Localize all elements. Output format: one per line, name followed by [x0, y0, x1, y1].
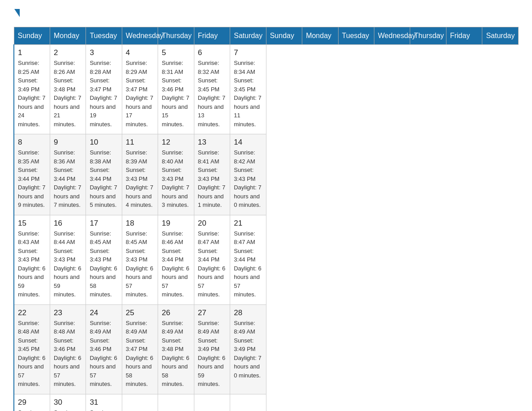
day-number: 20 — [198, 219, 226, 228]
calendar-week-row: 1 Sunrise: 8:25 AM Sunset: 3:49 PM Dayli… — [14, 45, 519, 134]
header-wednesday: Wednesday — [122, 27, 158, 45]
calendar-header-row: SundayMondayTuesdayWednesdayThursdayFrid… — [14, 27, 519, 45]
day-number: 19 — [162, 219, 190, 228]
day-number: 5 — [162, 48, 190, 57]
calendar-cell: 1 Sunrise: 8:25 AM Sunset: 3:49 PM Dayli… — [14, 45, 50, 134]
day-number: 12 — [162, 138, 190, 147]
day-number: 15 — [18, 219, 46, 228]
day-number: 25 — [126, 308, 154, 317]
day-info: Sunrise: 8:47 AM Sunset: 3:44 PM Dayligh… — [198, 229, 226, 299]
calendar-cell: 28 Sunrise: 8:49 AM Sunset: 3:49 PM Dayl… — [230, 304, 266, 394]
logo-triangle-icon — [14, 9, 20, 17]
day-info: Sunrise: 8:41 AM Sunset: 3:43 PM Dayligh… — [198, 148, 226, 210]
header-thursday: Thursday — [158, 27, 194, 45]
day-info: Sunrise: 8:49 AM Sunset: 3:50 PM Dayligh… — [18, 408, 46, 411]
day-info: Sunrise: 8:32 AM Sunset: 3:45 PM Dayligh… — [198, 59, 226, 128]
header-col-tuesday: Tuesday — [338, 27, 374, 45]
calendar-cell: 5 Sunrise: 8:31 AM Sunset: 3:46 PM Dayli… — [158, 45, 194, 134]
calendar-cell — [194, 394, 230, 411]
calendar-cell: 17 Sunrise: 8:45 AM Sunset: 3:43 PM Dayl… — [86, 215, 122, 304]
day-info: Sunrise: 8:39 AM Sunset: 3:43 PM Dayligh… — [126, 148, 154, 210]
day-number: 22 — [18, 308, 46, 317]
day-number: 6 — [198, 48, 226, 57]
day-info: Sunrise: 8:35 AM Sunset: 3:44 PM Dayligh… — [18, 148, 46, 210]
day-info: Sunrise: 8:49 AM Sunset: 3:48 PM Dayligh… — [162, 319, 190, 389]
calendar-cell — [230, 394, 266, 411]
calendar-cell: 23 Sunrise: 8:48 AM Sunset: 3:46 PM Dayl… — [50, 304, 86, 394]
calendar-cell: 25 Sunrise: 8:49 AM Sunset: 3:47 PM Dayl… — [122, 304, 158, 394]
day-number: 1 — [18, 48, 46, 57]
day-info: Sunrise: 8:34 AM Sunset: 3:45 PM Dayligh… — [234, 59, 262, 128]
day-number: 3 — [90, 48, 118, 57]
calendar-cell: 18 Sunrise: 8:45 AM Sunset: 3:43 PM Dayl… — [122, 215, 158, 304]
calendar-cell: 29 Sunrise: 8:49 AM Sunset: 3:50 PM Dayl… — [14, 394, 50, 411]
day-info: Sunrise: 8:48 AM Sunset: 3:46 PM Dayligh… — [54, 319, 82, 389]
day-number: 9 — [54, 138, 82, 147]
header-col-wednesday: Wednesday — [374, 27, 410, 45]
day-number: 31 — [90, 398, 118, 407]
day-info: Sunrise: 8:36 AM Sunset: 3:44 PM Dayligh… — [54, 148, 82, 210]
day-number: 2 — [54, 48, 82, 57]
page-header — [13, 9, 519, 18]
calendar-cell: 30 Sunrise: 8:49 AM Sunset: 3:51 PM Dayl… — [50, 394, 86, 411]
header-col-thursday: Thursday — [410, 27, 446, 45]
day-info: Sunrise: 8:45 AM Sunset: 3:43 PM Dayligh… — [90, 229, 118, 299]
day-number: 11 — [126, 138, 154, 147]
day-info: Sunrise: 8:31 AM Sunset: 3:46 PM Dayligh… — [162, 59, 190, 128]
calendar-cell: 14 Sunrise: 8:42 AM Sunset: 3:43 PM Dayl… — [230, 134, 266, 215]
header-sunday: Sunday — [14, 27, 50, 45]
calendar-cell: 4 Sunrise: 8:29 AM Sunset: 3:47 PM Dayli… — [122, 45, 158, 134]
day-number: 30 — [54, 398, 82, 407]
calendar-week-row: 15 Sunrise: 8:43 AM Sunset: 3:43 PM Dayl… — [14, 215, 519, 304]
day-info: Sunrise: 8:45 AM Sunset: 3:43 PM Dayligh… — [126, 229, 154, 299]
calendar-cell — [158, 394, 194, 411]
day-number: 28 — [234, 308, 262, 317]
calendar-cell: 9 Sunrise: 8:36 AM Sunset: 3:44 PM Dayli… — [50, 134, 86, 215]
day-info: Sunrise: 8:49 AM Sunset: 3:47 PM Dayligh… — [126, 319, 154, 389]
header-col-monday: Monday — [302, 27, 338, 45]
calendar-cell: 22 Sunrise: 8:48 AM Sunset: 3:45 PM Dayl… — [14, 304, 50, 394]
logo — [13, 9, 20, 18]
calendar-cell: 31 Sunrise: 8:49 AM Sunset: 3:53 PM Dayl… — [86, 394, 122, 411]
calendar-cell: 8 Sunrise: 8:35 AM Sunset: 3:44 PM Dayli… — [14, 134, 50, 215]
day-number: 18 — [126, 219, 154, 228]
day-info: Sunrise: 8:43 AM Sunset: 3:43 PM Dayligh… — [18, 229, 46, 299]
calendar-cell: 27 Sunrise: 8:49 AM Sunset: 3:49 PM Dayl… — [194, 304, 230, 394]
day-info: Sunrise: 8:46 AM Sunset: 3:44 PM Dayligh… — [162, 229, 190, 299]
day-number: 10 — [90, 138, 118, 147]
header-friday: Friday — [194, 27, 230, 45]
day-info: Sunrise: 8:26 AM Sunset: 3:48 PM Dayligh… — [54, 59, 82, 128]
header-col-saturday: Saturday — [482, 27, 519, 45]
day-number: 23 — [54, 308, 82, 317]
day-info: Sunrise: 8:25 AM Sunset: 3:49 PM Dayligh… — [18, 59, 46, 128]
day-number: 16 — [54, 219, 82, 228]
day-info: Sunrise: 8:44 AM Sunset: 3:43 PM Dayligh… — [54, 229, 82, 299]
day-info: Sunrise: 8:28 AM Sunset: 3:47 PM Dayligh… — [90, 59, 118, 128]
calendar-cell: 21 Sunrise: 8:47 AM Sunset: 3:44 PM Dayl… — [230, 215, 266, 304]
calendar-cell: 11 Sunrise: 8:39 AM Sunset: 3:43 PM Dayl… — [122, 134, 158, 215]
calendar-cell: 6 Sunrise: 8:32 AM Sunset: 3:45 PM Dayli… — [194, 45, 230, 134]
day-info: Sunrise: 8:47 AM Sunset: 3:44 PM Dayligh… — [234, 229, 262, 299]
calendar-cell: 24 Sunrise: 8:49 AM Sunset: 3:46 PM Dayl… — [86, 304, 122, 394]
header-saturday: Saturday — [230, 27, 266, 45]
day-number: 8 — [18, 138, 46, 147]
day-info: Sunrise: 8:42 AM Sunset: 3:43 PM Dayligh… — [234, 148, 262, 210]
calendar-cell: 3 Sunrise: 8:28 AM Sunset: 3:47 PM Dayli… — [86, 45, 122, 134]
day-info: Sunrise: 8:40 AM Sunset: 3:43 PM Dayligh… — [162, 148, 190, 210]
calendar-cell: 7 Sunrise: 8:34 AM Sunset: 3:45 PM Dayli… — [230, 45, 266, 134]
day-number: 29 — [18, 398, 46, 407]
calendar-cell: 26 Sunrise: 8:49 AM Sunset: 3:48 PM Dayl… — [158, 304, 194, 394]
calendar-week-row: 29 Sunrise: 8:49 AM Sunset: 3:50 PM Dayl… — [14, 394, 519, 411]
day-number: 7 — [234, 48, 262, 57]
day-info: Sunrise: 8:49 AM Sunset: 3:46 PM Dayligh… — [90, 319, 118, 389]
calendar-week-row: 22 Sunrise: 8:48 AM Sunset: 3:45 PM Dayl… — [14, 304, 519, 394]
calendar-cell: 13 Sunrise: 8:41 AM Sunset: 3:43 PM Dayl… — [194, 134, 230, 215]
day-info: Sunrise: 8:49 AM Sunset: 3:51 PM Dayligh… — [54, 408, 82, 411]
header-monday: Monday — [50, 27, 86, 45]
calendar-cell — [122, 394, 158, 411]
day-info: Sunrise: 8:49 AM Sunset: 3:49 PM Dayligh… — [198, 319, 226, 389]
calendar-cell: 2 Sunrise: 8:26 AM Sunset: 3:48 PM Dayli… — [50, 45, 86, 134]
calendar-cell: 10 Sunrise: 8:38 AM Sunset: 3:44 PM Dayl… — [86, 134, 122, 215]
day-number: 27 — [198, 308, 226, 317]
calendar-cell: 12 Sunrise: 8:40 AM Sunset: 3:43 PM Dayl… — [158, 134, 194, 215]
